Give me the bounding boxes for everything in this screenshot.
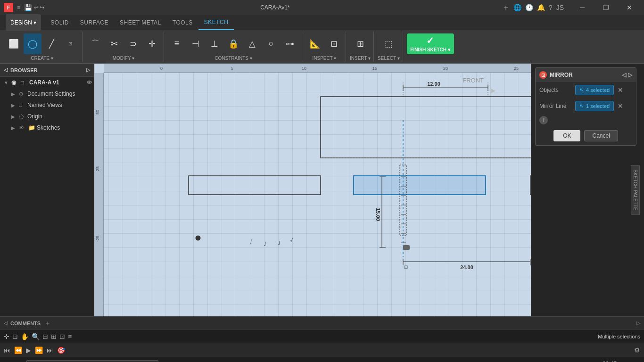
tab-solid[interactable]: SOLID xyxy=(45,15,74,30)
browser-collapse-right[interactable]: ▷ xyxy=(86,67,90,73)
mirror-line-selected-btn[interactable]: ↖ 1 selected xyxy=(575,101,614,111)
cancel-button[interactable]: Cancel xyxy=(584,130,618,141)
fillet-btn[interactable]: ⌒ xyxy=(86,33,104,54)
svg-rect-12 xyxy=(189,176,321,195)
mirror-line-clear-btn[interactable]: ✕ xyxy=(618,102,623,110)
const-more-btn[interactable]: ⊶ xyxy=(281,33,299,54)
taskbar-app-browser[interactable]: 🌐 xyxy=(223,357,241,362)
notification-icon[interactable]: 🔔 xyxy=(537,4,545,11)
tree-item-docsettings[interactable]: ▶ ⚙ Document Settings xyxy=(0,88,94,99)
create-more-btn[interactable]: ⊡ xyxy=(61,33,79,54)
root-eye-icon[interactable]: 👁 xyxy=(87,80,92,85)
comments-add-btn[interactable]: ＋ xyxy=(44,319,51,328)
grid-settings-icon[interactable]: ⊡ xyxy=(59,333,65,340)
taskbar-app-mail[interactable]: ✉ xyxy=(285,357,304,362)
ok-button[interactable]: OK xyxy=(553,130,580,141)
taskbar-app-files[interactable]: 📁 xyxy=(181,357,200,362)
browser-panel: ◁ BROWSER ▷ ▼ ◉ □ CARA-A v1 👁 ▶ ⚙ Docume… xyxy=(0,64,94,316)
offset-btn[interactable]: ⊃ xyxy=(124,33,142,54)
taskbar-app-fusion[interactable]: F xyxy=(326,357,345,362)
toolbar-menu-icon[interactable]: ≡ xyxy=(17,4,20,11)
taskbar-app-dropbox[interactable]: ✦ xyxy=(243,357,262,362)
tree-item-origin[interactable]: ▶ ◌ Origin xyxy=(0,111,94,122)
add-tab-btn[interactable]: ＋ xyxy=(502,3,510,13)
windows-start-button[interactable] xyxy=(2,357,25,362)
timeline-start-btn[interactable]: ⏮ xyxy=(4,346,10,354)
search-bar[interactable]: 🔍 Escribe aquí para buscar xyxy=(26,360,158,362)
taskview-btn[interactable]: ⊞ xyxy=(160,357,179,362)
tree-item-sketches[interactable]: ▶ 👁 📁 Sketches xyxy=(0,122,94,133)
svg-rect-13 xyxy=(354,176,486,195)
const-perp-btn[interactable]: ⊥ xyxy=(206,33,223,54)
mirror-dialog-header: ⊡ MIRROR ◁ ▷ xyxy=(536,68,636,82)
const-horiz-btn[interactable]: ≡ xyxy=(168,33,186,54)
zoom-fit-icon[interactable]: ⊟ xyxy=(42,333,48,340)
measure-btn[interactable]: 📐 xyxy=(306,33,324,54)
const-vert-btn[interactable]: ⊣ xyxy=(187,33,205,54)
svg-text:20: 20 xyxy=(443,66,448,71)
namedviews-label: Named Views xyxy=(27,102,94,108)
horiz-icon: ≡ xyxy=(174,39,180,49)
mirror-prev-btn[interactable]: ◁ xyxy=(622,72,626,78)
mirror-next-btn[interactable]: ▷ xyxy=(628,72,632,78)
view-cube-right-arrow[interactable]: ▶ xyxy=(491,87,495,94)
insert-btn[interactable]: ⊞ xyxy=(351,33,369,54)
redo-btn[interactable]: ↪ xyxy=(40,4,44,11)
timeline-settings-btn[interactable]: ⚙ xyxy=(634,346,640,354)
maximize-button[interactable]: ❐ xyxy=(595,0,617,15)
trim-icon: ✂ xyxy=(111,39,118,49)
info-button[interactable]: i xyxy=(539,116,548,124)
const-lock-btn[interactable]: 🔒 xyxy=(224,33,242,54)
more-settings-icon[interactable]: ≡ xyxy=(68,333,72,340)
comments-collapse-btn[interactable]: ◁ xyxy=(4,320,8,326)
help-icon[interactable]: ? xyxy=(549,4,553,11)
taskbar-app-chrome[interactable]: 🔵 xyxy=(347,357,366,362)
user-icon[interactable]: JS xyxy=(556,4,564,11)
inspect-more-btn[interactable]: ⊡ xyxy=(325,33,343,54)
taskbar-app-explorer[interactable]: 🗂 xyxy=(264,357,283,362)
window-controls[interactable]: ─ ❐ ✕ xyxy=(571,0,640,15)
tree-item-namedviews[interactable]: ▶ □ Named Views xyxy=(0,99,94,111)
mirror-line-row: Mirror Line ↖ 1 selected ✕ xyxy=(536,98,636,114)
rect-tool-btn[interactable]: ⬜ xyxy=(5,33,23,54)
toolbar-area: DESIGN ▾ SOLID SURFACE SHEET METAL TOOLS… xyxy=(0,15,644,64)
close-button[interactable]: ✕ xyxy=(619,0,640,15)
grab-icon[interactable]: ✋ xyxy=(21,333,29,340)
save-btn[interactable]: 💾 xyxy=(24,4,32,11)
timeline-play-btn[interactable]: ▶ xyxy=(26,346,31,354)
objects-selected-btn[interactable]: ↖ 4 selected xyxy=(575,85,614,95)
timeline-prev-btn[interactable]: ⏪ xyxy=(14,346,22,354)
ruler-left: 50 25 -25 xyxy=(94,73,104,316)
minimize-button[interactable]: ─ xyxy=(571,0,593,15)
const-circ-btn[interactable]: ○ xyxy=(262,33,280,54)
sketch-palette-tab[interactable]: SKETCH PALETTE xyxy=(631,165,640,214)
timeline-next-btn[interactable]: ⏩ xyxy=(35,346,43,354)
taskbar-app-sketch[interactable]: S xyxy=(305,357,324,362)
trim-btn[interactable]: ✂ xyxy=(105,33,123,54)
comments-expand-btn[interactable]: ▷ xyxy=(636,320,640,326)
tab-sketch[interactable]: SKETCH xyxy=(198,15,234,30)
finish-sketch-btn[interactable]: ✓ FINISH SKETCH ▾ xyxy=(407,33,454,54)
undo-btn[interactable]: ↩ xyxy=(34,4,39,11)
objects-clear-btn[interactable]: ✕ xyxy=(618,86,623,94)
const-tri-btn[interactable]: △ xyxy=(243,33,261,54)
select-btn[interactable]: ⬚ xyxy=(380,33,397,54)
inspect-label: INSPECT ▾ xyxy=(313,56,337,61)
move-tool-icon[interactable]: ✛ xyxy=(4,333,9,340)
move-btn[interactable]: ✛ xyxy=(143,33,161,54)
timeline-end-btn[interactable]: ⏭ xyxy=(47,346,53,354)
canvas-area[interactable]: 0 5 10 15 20 25 50 25 -25 50 25 -25 xyxy=(94,64,531,316)
design-button[interactable]: DESIGN ▾ xyxy=(6,14,41,31)
zoom-icon[interactable]: 🔍 xyxy=(32,333,40,340)
circle-tool-btn[interactable]: ◯ xyxy=(24,33,41,54)
tab-surface[interactable]: SURFACE xyxy=(74,15,114,30)
tab-sheet-metal[interactable]: SHEET METAL xyxy=(114,15,167,30)
grid-icon[interactable]: ⊞ xyxy=(51,333,57,340)
taskbar-app-office[interactable]: O xyxy=(202,357,221,362)
tab-tools[interactable]: TOOLS xyxy=(167,15,198,30)
line-tool-btn[interactable]: ╱ xyxy=(42,33,60,54)
tree-item-root[interactable]: ▼ ◉ □ CARA-A v1 👁 xyxy=(0,77,94,88)
browser-collapse-left[interactable]: ◁ xyxy=(4,67,8,73)
snap-icon[interactable]: ⊡ xyxy=(12,333,18,340)
sketches-eye-icon[interactable]: 👁 xyxy=(19,125,26,131)
